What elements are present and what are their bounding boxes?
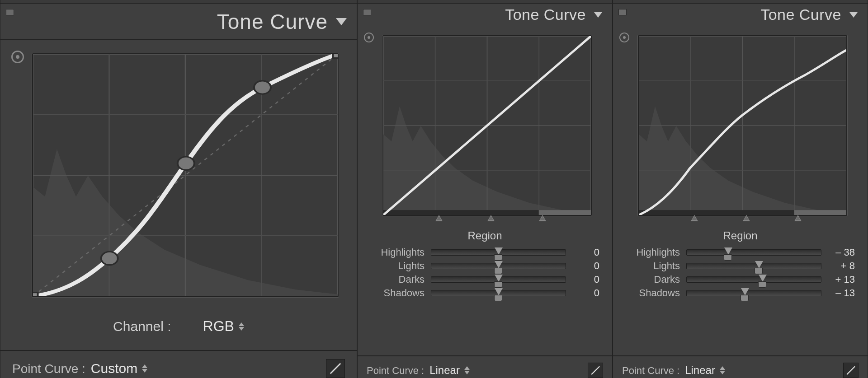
darks-value[interactable]: 0	[572, 274, 599, 285]
highlights-slider[interactable]	[686, 249, 821, 256]
curve-area	[358, 26, 612, 220]
split-mid-handle[interactable]	[487, 215, 495, 221]
shadows-slider-row: Shadows – 13	[613, 286, 868, 300]
split-mid-handle[interactable]	[743, 215, 750, 221]
lights-label: Lights	[626, 260, 680, 272]
shadows-slider-row: Shadows 0	[358, 286, 612, 300]
point-curve-value: Linear	[685, 364, 715, 377]
grip-icon[interactable]	[618, 9, 627, 15]
highlights-value[interactable]: 0	[572, 247, 599, 258]
svg-point-8	[101, 252, 118, 265]
point-curve-label: Point Curve :	[622, 365, 679, 377]
lights-slider[interactable]	[431, 263, 566, 269]
highlights-value[interactable]: – 38	[828, 247, 855, 258]
region-label: Region	[358, 229, 612, 242]
panel-footer: Point Curve : Linear	[613, 355, 868, 378]
updown-icon[interactable]	[239, 322, 244, 331]
panel-title: Tone Curve	[217, 9, 328, 34]
grip-icon[interactable]	[6, 9, 14, 15]
highlights-slider-row: Highlights – 38	[613, 246, 868, 259]
point-curve-value: Custom	[91, 361, 137, 376]
region-label: Region	[613, 229, 868, 242]
panel-header[interactable]: Tone Curve	[613, 4, 868, 26]
panel-title: Tone Curve	[760, 6, 841, 23]
split-shadow-handle[interactable]	[691, 215, 698, 221]
point-curve-value: Linear	[429, 364, 460, 377]
curve-box[interactable]	[32, 53, 339, 297]
darks-slider[interactable]	[686, 276, 821, 283]
split-shadow-handle[interactable]	[435, 215, 443, 221]
highlights-slider-row: Highlights 0	[358, 246, 612, 259]
darks-value[interactable]: + 13	[828, 274, 855, 285]
panel-divider	[358, 0, 612, 4]
svg-rect-28	[639, 210, 794, 215]
grip-icon[interactable]	[363, 9, 371, 15]
curve-mode-toggle[interactable]	[326, 359, 345, 378]
svg-line-21	[591, 366, 599, 374]
tone-curve-panel-1: Tone Curve	[0, 0, 357, 378]
point-curve-label: Point Curve :	[367, 365, 424, 377]
shadows-slider[interactable]	[431, 290, 566, 296]
point-curve-selector[interactable]: Point Curve : Linear	[367, 364, 470, 377]
lights-value[interactable]: 0	[572, 260, 599, 272]
lights-slider-row: Lights 0	[358, 259, 612, 273]
panel-divider	[613, 0, 868, 4]
svg-line-30	[847, 366, 855, 374]
targeted-adjustment-icon[interactable]	[619, 33, 629, 42]
curve-box[interactable]	[382, 35, 592, 216]
point-curve-selector[interactable]: Point Curve : Linear	[622, 364, 725, 377]
darks-label: Darks	[370, 274, 425, 285]
svg-rect-29	[794, 210, 846, 215]
curve-mode-toggle[interactable]	[843, 363, 859, 378]
svg-point-9	[178, 157, 194, 170]
svg-line-12	[330, 364, 340, 373]
updown-icon[interactable]	[464, 366, 470, 374]
svg-rect-20	[539, 210, 591, 215]
lights-slider[interactable]	[686, 263, 821, 269]
panel-footer: Point Curve : Custom	[0, 350, 357, 378]
point-curve-selector[interactable]: Point Curve : Custom	[12, 361, 147, 376]
panel-header[interactable]: Tone Curve	[0, 4, 357, 40]
darks-label: Darks	[626, 274, 680, 285]
lights-value[interactable]: + 8	[828, 260, 855, 272]
svg-rect-11	[333, 54, 338, 58]
svg-rect-7	[33, 293, 38, 296]
darks-slider-row: Darks 0	[358, 273, 612, 286]
svg-rect-19	[383, 210, 539, 215]
collapse-icon[interactable]	[336, 18, 347, 25]
curve-area	[613, 26, 868, 220]
channel-selector[interactable]: Channel : RGB	[0, 306, 357, 345]
updown-icon[interactable]	[720, 366, 725, 374]
shadows-slider[interactable]	[686, 290, 821, 296]
panel-title: Tone Curve	[505, 6, 586, 23]
tone-curve-panel-2: Tone Curve	[357, 0, 613, 378]
updown-icon[interactable]	[142, 364, 147, 373]
curve-area	[0, 40, 357, 306]
lights-label: Lights	[370, 260, 425, 272]
shadows-label: Shadows	[370, 287, 425, 299]
targeted-adjustment-icon[interactable]	[364, 33, 374, 42]
split-highlight-handle[interactable]	[794, 215, 802, 221]
darks-slider[interactable]	[431, 276, 566, 283]
panel-footer: Point Curve : Linear	[358, 355, 612, 378]
split-highlight-handle[interactable]	[539, 215, 546, 221]
curve-mode-toggle[interactable]	[588, 363, 603, 378]
highlights-slider[interactable]	[431, 249, 566, 256]
highlights-label: Highlights	[370, 247, 425, 258]
shadows-value[interactable]: – 13	[828, 287, 855, 299]
targeted-adjustment-icon[interactable]	[11, 51, 24, 63]
channel-label: Channel :	[113, 319, 171, 334]
point-curve-label: Point Curve :	[12, 362, 85, 376]
collapse-icon[interactable]	[594, 12, 602, 18]
channel-value: RGB	[203, 318, 234, 335]
tone-curve-panel-3: Tone Curve	[613, 0, 868, 378]
shadows-value[interactable]: 0	[572, 287, 599, 299]
panel-header[interactable]: Tone Curve	[358, 4, 612, 26]
highlights-label: Highlights	[626, 247, 680, 258]
panel-divider	[0, 0, 357, 4]
svg-point-10	[254, 81, 271, 94]
shadows-label: Shadows	[626, 287, 680, 299]
curve-box[interactable]	[638, 35, 847, 216]
darks-slider-row: Darks + 13	[613, 273, 868, 286]
collapse-icon[interactable]	[849, 12, 858, 18]
